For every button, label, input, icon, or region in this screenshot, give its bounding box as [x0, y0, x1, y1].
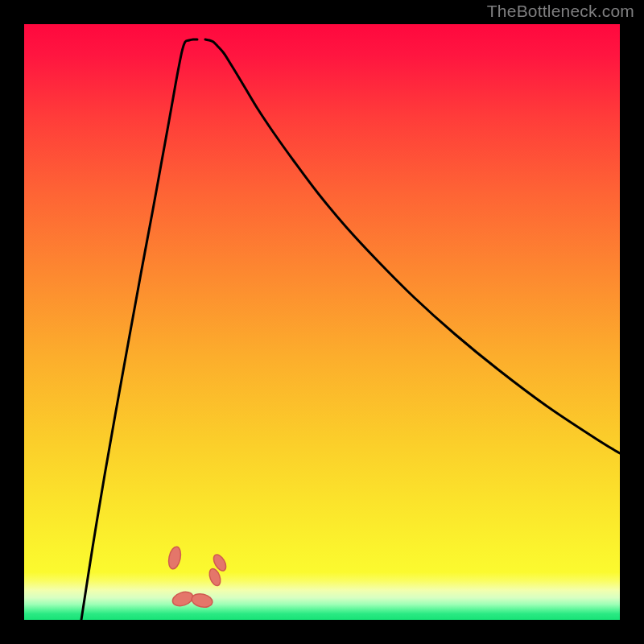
chart-markers: [167, 546, 228, 609]
marker-c: [191, 592, 214, 609]
watermark: TheBottleneck.com: [487, 2, 634, 21]
marker-a: [167, 546, 183, 570]
curve-right: [205, 39, 620, 453]
chart-svg: [24, 24, 620, 620]
canvas: TheBottleneck.com: [0, 0, 644, 644]
curve-left: [81, 39, 197, 620]
marker-b: [171, 589, 195, 608]
plot-area: [24, 24, 620, 620]
